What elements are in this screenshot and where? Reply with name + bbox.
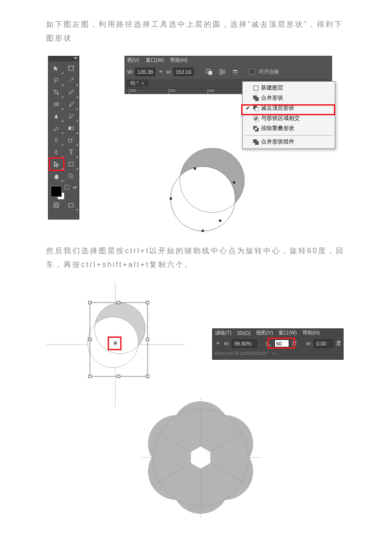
skew-h-label: H: bbox=[306, 341, 311, 346]
menu-exclude[interactable]: 排除重叠形状 bbox=[243, 124, 335, 134]
pen-tool[interactable] bbox=[49, 146, 64, 158]
svg-point-7 bbox=[69, 174, 72, 178]
aperture-result-diagram bbox=[141, 398, 261, 517]
scale-h-label: H: bbox=[224, 341, 229, 346]
svg-rect-14 bbox=[223, 71, 225, 73]
svg-rect-50 bbox=[117, 375, 120, 378]
link-icon-2[interactable]: ⚭ bbox=[214, 340, 221, 347]
height-value[interactable]: 153.16 bbox=[173, 68, 194, 76]
svg-point-9 bbox=[55, 204, 58, 207]
menu-help-2[interactable]: 帮助(H) bbox=[303, 329, 320, 336]
lasso-tool[interactable] bbox=[49, 74, 64, 86]
type-tool[interactable]: T bbox=[64, 146, 78, 158]
link-icon[interactable]: ⚭ bbox=[157, 68, 165, 76]
rectangle-tool[interactable] bbox=[64, 158, 78, 170]
svg-rect-28 bbox=[255, 128, 257, 130]
svg-rect-34 bbox=[233, 181, 235, 184]
angle-icon bbox=[265, 340, 272, 347]
close-icon[interactable]: ✕ bbox=[141, 81, 145, 86]
path-selection-tool[interactable] bbox=[49, 158, 64, 170]
dodge-tool[interactable] bbox=[64, 134, 78, 146]
svg-rect-22 bbox=[255, 107, 259, 111]
menu-combine-shapes[interactable]: 合并形状 bbox=[243, 93, 335, 103]
move-tool[interactable] bbox=[49, 62, 64, 74]
svg-rect-18 bbox=[254, 86, 258, 90]
menu-new-layer[interactable]: 新建图层 bbox=[243, 83, 335, 93]
width-value[interactable]: 135.38 bbox=[135, 68, 155, 76]
svg-rect-35 bbox=[170, 197, 172, 200]
menu-subtract-front[interactable]: ✔ 减去顶层形状 bbox=[243, 103, 335, 113]
menu-separator bbox=[244, 135, 333, 136]
rotation-angle-input[interactable]: 60 bbox=[274, 339, 289, 347]
zoom-tool[interactable] bbox=[64, 170, 78, 182]
blur-tool[interactable] bbox=[49, 134, 64, 146]
svg-rect-4 bbox=[69, 127, 71, 130]
svg-rect-12 bbox=[208, 71, 212, 75]
svg-rect-6 bbox=[69, 162, 73, 166]
menu-view-2[interactable]: 视图(V) bbox=[256, 329, 273, 336]
svg-rect-47 bbox=[89, 338, 91, 341]
align-edges-checkbox[interactable] bbox=[249, 69, 255, 75]
svg-point-1 bbox=[72, 78, 73, 79]
svg-rect-0 bbox=[69, 66, 73, 71]
brush-tool[interactable] bbox=[64, 98, 78, 110]
svg-rect-15 bbox=[233, 70, 238, 71]
svg-point-41 bbox=[88, 317, 138, 368]
svg-rect-37 bbox=[219, 220, 221, 222]
svg-point-31 bbox=[171, 166, 235, 231]
path-operations-button[interactable] bbox=[204, 67, 215, 77]
svg-rect-33 bbox=[194, 167, 196, 170]
instruction-paragraph-1: 如下图左图，利用路径选择工具选中上层的圆，选择“减去顶层形状”，得到下图形状 bbox=[46, 18, 346, 46]
menu-intersect[interactable]: 与形状区域相交 bbox=[243, 113, 335, 124]
close-icon-2[interactable]: ✕ bbox=[272, 351, 275, 356]
svg-rect-51 bbox=[146, 375, 149, 378]
magic-wand-tool[interactable] bbox=[64, 74, 78, 86]
path-operations-menu: 新建图层 合并形状 ✔ 减去顶层形状 与形状区域相交 排除重叠形状 bbox=[242, 81, 335, 149]
svg-rect-10 bbox=[69, 203, 73, 207]
scale-h-value[interactable]: 99.90% bbox=[232, 339, 257, 348]
svg-rect-46 bbox=[146, 301, 149, 304]
color-swatches[interactable]: ⇄ bbox=[48, 183, 79, 199]
menu-filter[interactable]: 滤镜(T) bbox=[215, 329, 232, 336]
eraser-tool[interactable] bbox=[49, 122, 64, 134]
menu-3d[interactable]: 3D(D) bbox=[237, 330, 250, 336]
crop-tool[interactable] bbox=[49, 86, 64, 98]
gradient-tool[interactable] bbox=[64, 122, 78, 134]
quick-mask-toggle[interactable] bbox=[49, 200, 64, 211]
svg-rect-25 bbox=[255, 118, 257, 119]
svg-rect-13 bbox=[220, 70, 222, 74]
document-tab-2[interactable]: 机icon.psd @ 105%(RGB/8) * bbox=[214, 351, 269, 357]
menu-help[interactable]: 帮助(H) bbox=[170, 57, 187, 64]
svg-rect-45 bbox=[117, 301, 120, 304]
screen-mode-toggle[interactable] bbox=[64, 200, 78, 211]
menu-window[interactable]: 窗口(W) bbox=[146, 57, 164, 64]
spot-healing-tool[interactable] bbox=[49, 98, 64, 110]
angle-unit: 度 bbox=[292, 340, 297, 347]
path-arrangement-button[interactable] bbox=[230, 67, 241, 77]
document-tab[interactable]: /8) *✕ bbox=[126, 80, 148, 87]
artboard-tool[interactable] bbox=[64, 62, 78, 74]
svg-point-5 bbox=[68, 139, 72, 143]
svg-rect-36 bbox=[202, 230, 204, 232]
ps-tools-panel: T ⇄ bbox=[48, 56, 79, 220]
hand-tool[interactable] bbox=[49, 170, 64, 182]
svg-rect-17 bbox=[233, 74, 238, 75]
align-edges-label: 对齐边缘 bbox=[259, 68, 279, 75]
tools-panel-header[interactable] bbox=[48, 56, 79, 61]
history-brush-tool[interactable] bbox=[64, 110, 78, 122]
free-transform-diagram bbox=[46, 282, 184, 407]
crescent-result-diagram bbox=[168, 148, 256, 236]
eyedropper-tool[interactable] bbox=[64, 86, 78, 98]
path-alignment-button[interactable] bbox=[217, 67, 228, 77]
menu-window-2[interactable]: 窗口(W) bbox=[279, 329, 297, 336]
figure-group-2: 滤镜(T) 3D(D) 视图(V) 窗口(W) 帮助(H) ⚭ H: 99.90… bbox=[46, 282, 346, 517]
svg-rect-44 bbox=[89, 301, 91, 304]
skew-h-value[interactable]: 0.00 bbox=[314, 339, 333, 348]
menu-view[interactable]: 图(V) bbox=[127, 57, 139, 64]
svg-rect-49 bbox=[89, 375, 91, 378]
figure-group-1: T ⇄ 图(V) bbox=[46, 56, 346, 240]
height-label: H: bbox=[166, 69, 172, 75]
menu-merge-components[interactable]: 合并形状组件 bbox=[243, 137, 335, 147]
svg-rect-48 bbox=[146, 338, 149, 341]
clone-stamp-tool[interactable] bbox=[49, 110, 64, 122]
